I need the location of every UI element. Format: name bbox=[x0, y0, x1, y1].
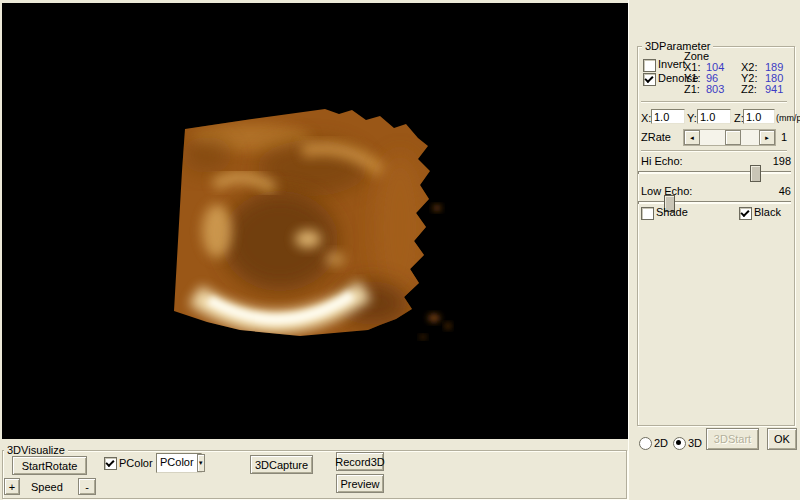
scale-x-input[interactable] bbox=[651, 109, 685, 124]
mode-2d-label: 2D bbox=[654, 437, 668, 449]
application-window: 3DParameter Invert Denoise Zone X1: 104 … bbox=[0, 0, 800, 500]
separator bbox=[641, 150, 787, 152]
ultrasound-3d-render bbox=[2, 3, 628, 439]
scale-x-label: X: bbox=[641, 112, 651, 124]
scale-z-input[interactable] bbox=[743, 109, 775, 124]
shade-checkbox[interactable] bbox=[641, 207, 654, 220]
3dcapture-button[interactable]: 3DCapture bbox=[250, 455, 313, 474]
hi-echo-slider[interactable] bbox=[638, 165, 791, 180]
mode-3d-radio[interactable] bbox=[673, 437, 686, 450]
speed-plus-button[interactable]: + bbox=[4, 478, 20, 495]
low-echo-track bbox=[638, 201, 791, 204]
speed-minus-button[interactable]: - bbox=[78, 478, 96, 495]
zrate-label: ZRate bbox=[641, 131, 671, 143]
parameter-panel: 3DParameter Invert Denoise Zone X1: 104 … bbox=[628, 0, 800, 500]
pcolor-select-button[interactable]: ▼ bbox=[197, 454, 205, 472]
pcolor-select[interactable]: PColor ▼ bbox=[156, 453, 202, 473]
pcolor-checkbox[interactable] bbox=[104, 457, 117, 470]
zrate-scrollbar[interactable]: ◄ ► bbox=[683, 129, 776, 146]
separator bbox=[641, 101, 787, 103]
visualize-panel: 3DVisualize StartRotate + Speed - PColor… bbox=[0, 439, 628, 500]
zrate-track[interactable] bbox=[699, 130, 760, 143]
black-label: Black bbox=[754, 206, 781, 218]
black-checkbox[interactable] bbox=[739, 207, 752, 220]
param-groupbox: 3DParameter bbox=[637, 46, 795, 426]
zone-z1-label: Z1: bbox=[684, 83, 700, 95]
scale-y-label: Y: bbox=[687, 112, 697, 124]
start-rotate-button[interactable]: StartRotate bbox=[12, 456, 87, 475]
dropdown-arrow-icon: ▼ bbox=[198, 460, 204, 466]
scroll-left-icon: ◄ bbox=[689, 135, 695, 141]
denoise-checkbox[interactable] bbox=[643, 73, 656, 86]
scale-y-input[interactable] bbox=[697, 109, 731, 124]
zrate-thumb[interactable] bbox=[725, 130, 741, 145]
zrate-value: 1 bbox=[781, 131, 787, 143]
ok-button[interactable]: OK bbox=[767, 428, 797, 450]
record3d-button[interactable]: Record3D bbox=[336, 452, 384, 471]
invert-label: Invert bbox=[658, 58, 686, 70]
mode-2d-radio[interactable] bbox=[639, 437, 652, 450]
zone-z1-value: 803 bbox=[706, 83, 724, 95]
zone-z2-value: 941 bbox=[765, 83, 783, 95]
3dstart-button[interactable]: 3DStart bbox=[706, 428, 759, 450]
pcolor-label: PColor bbox=[119, 457, 153, 469]
ultrasound-speckles bbox=[420, 205, 451, 339]
shade-label: Shade bbox=[656, 206, 688, 218]
invert-checkbox[interactable] bbox=[643, 59, 656, 72]
zone-z2-label: Z2: bbox=[741, 83, 757, 95]
pcolor-select-value: PColor bbox=[157, 454, 197, 472]
scroll-right-icon: ► bbox=[764, 135, 770, 141]
speed-label: Speed bbox=[31, 481, 63, 493]
hi-echo-track bbox=[638, 171, 791, 174]
render-viewport[interactable] bbox=[2, 3, 628, 439]
scale-unit-label: (mm/p) bbox=[776, 112, 800, 124]
preview-button[interactable]: Preview bbox=[336, 474, 384, 493]
zrate-scroll-right-button[interactable]: ► bbox=[759, 130, 775, 145]
hi-echo-thumb[interactable] bbox=[750, 165, 761, 182]
zrate-scroll-left-button[interactable]: ◄ bbox=[684, 130, 700, 145]
mode-3d-label: 3D bbox=[688, 437, 702, 449]
